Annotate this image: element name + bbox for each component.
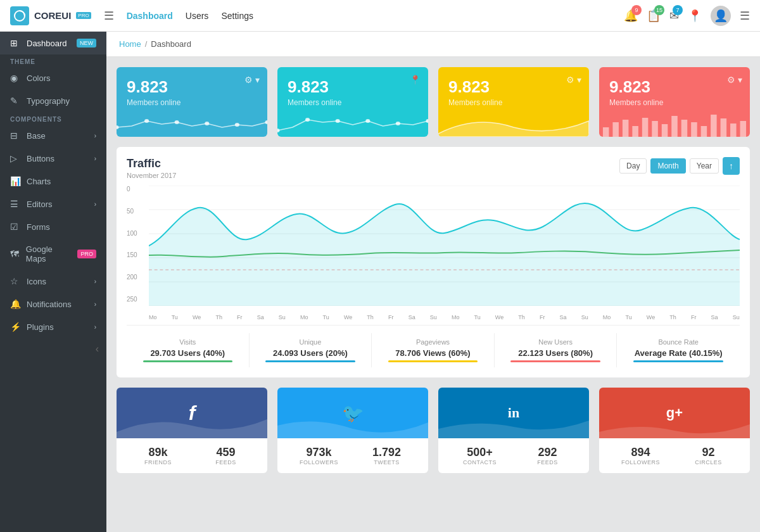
gp-followers: 894 FOLLOWERS — [609, 446, 672, 466]
stat-card-label-3: Members online — [609, 98, 740, 107]
sidebar-label-notifications: Notifications — [27, 300, 72, 309]
svg-rect-22 — [691, 122, 697, 137]
chart-y-labels: 250 200 150 100 50 0 — [127, 186, 149, 306]
nav-users[interactable]: Users — [186, 11, 209, 21]
avatar[interactable]: 👤 — [711, 6, 731, 26]
stat-pageviews: Pageviews 78.706 Views (60%) — [372, 333, 495, 367]
logo-area: COREUI PRO — [10, 6, 91, 25]
sidebar-item-buttons[interactable]: ▷ Buttons › — [0, 147, 106, 170]
nav-settings[interactable]: Settings — [221, 11, 253, 21]
stat-card-number-3: 9.823 — [609, 77, 740, 97]
sidebar-label-colors: Colors — [27, 73, 51, 83]
svg-point-3 — [175, 120, 179, 124]
sidebar-item-colors[interactable]: ◉ Colors — [0, 66, 106, 89]
messages-icon-badge[interactable]: ✉ 7 — [669, 9, 679, 23]
dashboard-new-badge: NEW — [77, 39, 96, 48]
card-settings-icon-1[interactable]: 📍 — [410, 75, 421, 85]
card-settings-icon-0[interactable]: ⚙ ▾ — [244, 75, 260, 85]
bounce-label: Bounce Rate — [622, 338, 735, 346]
sidebar-item-forms[interactable]: ☑ Forms — [0, 215, 106, 238]
sidebar-item-editors[interactable]: ☰ Editors › — [0, 193, 106, 215]
sidebar-item-plugins[interactable]: ⚡ Plugins › — [0, 315, 106, 338]
svg-point-2 — [144, 119, 149, 123]
tasks-count: 15 — [654, 5, 664, 15]
traffic-header: Traffic November 2017 Day Month Year ↑ — [127, 157, 740, 179]
breadcrumb-home[interactable]: Home — [119, 39, 141, 49]
svg-rect-15 — [623, 120, 629, 137]
sidebar-item-typography[interactable]: ✎ Typography — [0, 89, 106, 112]
sidebar-collapse-button[interactable]: ‹ — [0, 338, 106, 360]
y-label-0: 0 — [127, 186, 149, 193]
icons-icon: ☆ — [10, 276, 20, 286]
y-label-100: 100 — [127, 230, 149, 237]
sidebar-item-notifications[interactable]: 🔔 Notifications › — [0, 293, 106, 315]
li-card-bottom: 500+ CONTACTS 292 FEEDS — [438, 438, 589, 473]
stat-card-label-0: Members online — [127, 98, 257, 107]
hamburger-button[interactable]: ☰ — [104, 9, 114, 23]
sidebar-label-buttons: Buttons — [27, 154, 54, 163]
tw-tweets-label: TWEETS — [355, 459, 418, 466]
svg-rect-18 — [652, 121, 658, 137]
svg-point-6 — [265, 120, 267, 124]
li-contacts: 500+ CONTACTS — [448, 446, 511, 466]
breadcrumb-separator: / — [145, 39, 148, 49]
editors-arrow: › — [94, 201, 96, 208]
fb-friends: 89k FRIENDS — [127, 446, 189, 466]
y-label-250: 250 — [127, 296, 149, 303]
svg-rect-27 — [740, 121, 747, 137]
plugins-icon: ⚡ — [10, 322, 20, 332]
sidebar-item-base[interactable]: ⊟ Base › — [0, 124, 106, 147]
sidebar-label-editors: Editors — [27, 200, 52, 209]
notifications-count: 9 — [631, 5, 642, 15]
gp-card-top: g+ — [599, 388, 750, 438]
more-icon[interactable]: ☰ — [740, 9, 750, 23]
chart-year-button[interactable]: Year — [690, 158, 719, 174]
chart-upload-button[interactable]: ↑ — [723, 157, 740, 175]
social-card-linkedin: in 500+ CONTACTS 292 FEEDS — [438, 388, 589, 473]
typography-icon: ✎ — [10, 96, 20, 106]
location-icon[interactable]: 📍 — [688, 9, 702, 23]
newusers-label: New Users — [500, 338, 612, 346]
fb-feeds-label: FEEDS — [194, 459, 257, 466]
tw-card-top: 🐦 — [277, 388, 428, 438]
nav-dashboard[interactable]: Dashboard — [127, 11, 173, 21]
social-card-facebook: f 89k FRIENDS 459 FEEDS — [117, 388, 267, 473]
card-settings-icon-3[interactable]: ⚙ ▾ — [727, 75, 742, 85]
gp-card-bottom: 894 FOLLOWERS 92 CIRCLES — [599, 438, 750, 473]
newusers-bar — [510, 360, 600, 362]
traffic-subtitle: November 2017 — [127, 172, 176, 179]
traffic-section: Traffic November 2017 Day Month Year ↑ 2… — [117, 147, 750, 377]
chart-month-button[interactable]: Month — [650, 158, 685, 174]
charts-icon: 📊 — [10, 176, 20, 186]
sidebar: ⊞ Dashboard NEW THEME ◉ Colors ✎ Typogra… — [0, 32, 106, 532]
sidebar-item-dashboard[interactable]: ⊞ Dashboard NEW — [0, 32, 106, 54]
mini-chart-2 — [438, 108, 589, 137]
sidebar-item-charts[interactable]: 📊 Charts — [0, 170, 106, 193]
stat-card-number-1: 9.823 — [288, 77, 418, 97]
tasks-icon-badge[interactable]: 📋 15 — [647, 9, 661, 23]
li-feeds-num: 292 — [516, 446, 579, 459]
sidebar-item-google-maps[interactable]: 🗺 Google Maps PRO — [0, 238, 106, 270]
svg-point-11 — [396, 122, 400, 125]
visits-value: 29.703 Users (40%) — [132, 348, 244, 358]
svg-point-8 — [305, 118, 310, 122]
social-cards-grid: f 89k FRIENDS 459 FEEDS — [117, 388, 750, 473]
stat-card-number-0: 9.823 — [127, 77, 257, 97]
logo-text: COREUI — [34, 10, 71, 21]
svg-rect-17 — [642, 118, 649, 137]
gp-followers-num: 894 — [609, 446, 672, 459]
gp-followers-label: FOLLOWERS — [609, 459, 672, 466]
main-layout: ⊞ Dashboard NEW THEME ◉ Colors ✎ Typogra… — [0, 32, 760, 532]
notifications-icon-badge[interactable]: 🔔 9 — [624, 9, 638, 23]
mini-chart-1 — [277, 108, 428, 137]
sidebar-item-icons[interactable]: ☆ Icons › — [0, 270, 106, 293]
svg-rect-16 — [632, 126, 638, 137]
stat-visits: Visits 29.703 Users (40%) — [127, 333, 250, 367]
svg-rect-24 — [711, 115, 717, 137]
visits-bar — [143, 360, 232, 362]
chart-day-button[interactable]: Day — [619, 158, 647, 174]
tw-followers-num: 973k — [288, 446, 350, 459]
tw-tweets: 1.792 TWEETS — [355, 446, 418, 466]
card-settings-icon-2[interactable]: ⚙ ▾ — [566, 75, 581, 85]
base-arrow: › — [94, 132, 96, 139]
